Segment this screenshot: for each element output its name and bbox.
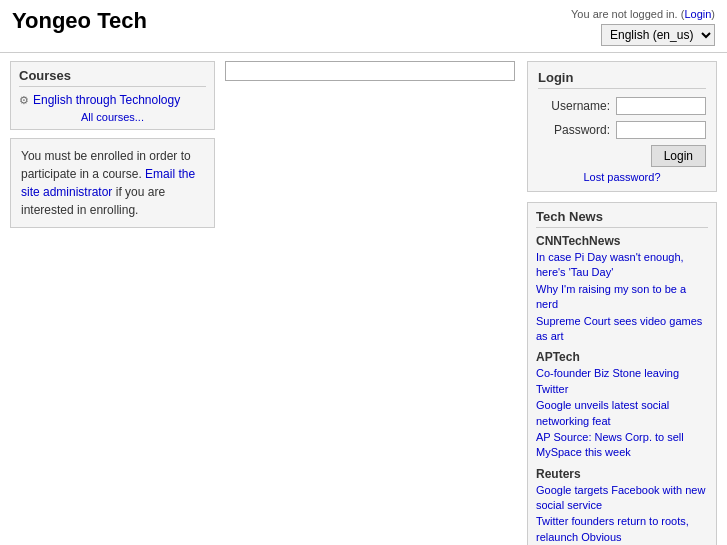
all-courses: All courses... — [19, 111, 206, 123]
username-label: Username: — [551, 99, 610, 113]
enroll-box: You must be enrolled in order to partici… — [10, 138, 215, 228]
login-button[interactable]: Login — [651, 145, 706, 167]
news-article-link[interactable]: Why I'm raising my son to be a nerd — [536, 282, 708, 313]
search-input[interactable] — [225, 61, 515, 81]
all-courses-link[interactable]: All courses... — [81, 111, 144, 123]
lost-password-link[interactable]: Lost password? — [583, 171, 660, 183]
language-select[interactable]: English (en_us) — [601, 24, 715, 46]
news-source-name: APTech — [536, 350, 708, 364]
courses-heading: Courses — [19, 68, 206, 87]
news-article-link[interactable]: In case Pi Day wasn't enough, here's 'Ta… — [536, 250, 708, 281]
middle-column — [225, 61, 517, 545]
tech-news-box: Tech News CNNTechNewsIn case Pi Day wasn… — [527, 202, 717, 545]
password-label: Password: — [554, 123, 610, 137]
course-icon: ⚙ — [19, 94, 29, 107]
left-column: Courses ⚙ English through Technology All… — [10, 61, 215, 545]
courses-box: Courses ⚙ English through Technology All… — [10, 61, 215, 130]
tech-news-content: CNNTechNewsIn case Pi Day wasn't enough,… — [536, 234, 708, 545]
password-row: Password: — [538, 121, 706, 139]
news-article-link[interactable]: Supreme Court sees video games as art — [536, 314, 708, 345]
login-box: Login Username: Password: Login Lost pas… — [527, 61, 717, 192]
news-article-link[interactable]: Google targets Facebook with new social … — [536, 483, 708, 514]
not-logged-in-label: You are not logged in. ( — [571, 8, 684, 20]
lost-password: Lost password? — [538, 171, 706, 183]
username-row: Username: — [538, 97, 706, 115]
course-link[interactable]: English through Technology — [33, 93, 180, 107]
username-input[interactable] — [616, 97, 706, 115]
main-layout: Courses ⚙ English through Technology All… — [0, 53, 727, 545]
header-right: You are not logged in. (Login) English (… — [571, 8, 715, 46]
search-bar — [225, 61, 517, 81]
header-login-link[interactable]: Login — [684, 8, 711, 20]
news-source-name: Reuters — [536, 467, 708, 481]
site-title: Yongeo Tech — [12, 8, 147, 34]
header: Yongeo Tech You are not logged in. (Logi… — [0, 0, 727, 53]
right-column: Login Username: Password: Login Lost pas… — [527, 61, 717, 545]
courses-list: ⚙ English through Technology — [19, 93, 206, 107]
close-paren: ) — [711, 8, 715, 20]
tech-news-heading: Tech News — [536, 209, 708, 228]
news-source-name: CNNTechNews — [536, 234, 708, 248]
news-article-link[interactable]: AP Source: News Corp. to sell MySpace th… — [536, 430, 708, 461]
login-button-row: Login — [538, 145, 706, 167]
news-article-link[interactable]: Co-founder Biz Stone leaving Twitter — [536, 366, 708, 397]
course-item: ⚙ English through Technology — [19, 93, 206, 107]
login-heading: Login — [538, 70, 706, 89]
news-article-link[interactable]: Google unveils latest social networking … — [536, 398, 708, 429]
news-article-link[interactable]: Twitter founders return to roots, relaun… — [536, 514, 708, 545]
password-input[interactable] — [616, 121, 706, 139]
not-logged-in-text: You are not logged in. (Login) — [571, 8, 715, 20]
